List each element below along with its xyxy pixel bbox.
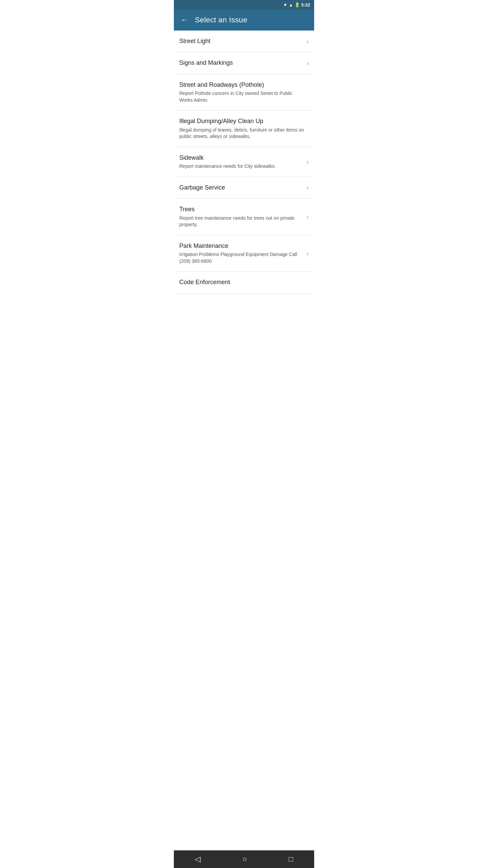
list-item-subtitle-sidewalk: Report maintenance needs for City sidewa… bbox=[179, 163, 304, 170]
list-item-subtitle-trees: Report tree maintenance needs for trees … bbox=[179, 215, 304, 228]
list-item-title-street-light: Street Light bbox=[179, 37, 304, 45]
time-display: 5:22 bbox=[301, 2, 310, 7]
wifi-icon: ▼ bbox=[283, 2, 287, 7]
list-item-trees[interactable]: TreesReport tree maintenance needs for t… bbox=[174, 199, 314, 235]
list-item-content-trees: TreesReport tree maintenance needs for t… bbox=[179, 205, 306, 228]
list-item-title-park-maintenance: Park Maintenance bbox=[179, 242, 304, 250]
chevron-right-icon: › bbox=[306, 158, 309, 166]
list-item-title-trees: Trees bbox=[179, 205, 304, 213]
list-item-subtitle-illegal-dumping: Illegal dumping of leaves, debris, furni… bbox=[179, 127, 306, 140]
list-item-street-roadways[interactable]: Street and Roadways (Pothole)Report Poth… bbox=[174, 74, 314, 111]
chevron-right-icon: › bbox=[306, 213, 309, 221]
list-item-title-garbage-service: Garbage Service bbox=[179, 184, 304, 192]
signal-icon: ▲ bbox=[289, 2, 293, 7]
list-item-content-signs-and-markings: Signs and Markings bbox=[179, 59, 306, 67]
chevron-right-icon: › bbox=[306, 37, 309, 45]
battery-icon: 🔋 bbox=[294, 2, 300, 7]
list-item-content-garbage-service: Garbage Service bbox=[179, 184, 306, 192]
list-item-code-enforcement[interactable]: Code Enforcement bbox=[174, 272, 314, 293]
page-title: Select an Issue bbox=[195, 16, 247, 24]
list-item-subtitle-street-roadways: Report Pothole concern in City owned Str… bbox=[179, 90, 306, 103]
list-item-park-maintenance[interactable]: Park MaintenanceIrrigation Problems Play… bbox=[174, 235, 314, 272]
list-item-garbage-service[interactable]: Garbage Service› bbox=[174, 177, 314, 199]
list-item-illegal-dumping[interactable]: Illegal Dumping/Alley Clean UpIllegal du… bbox=[174, 111, 314, 147]
list-item-title-illegal-dumping: Illegal Dumping/Alley Clean Up bbox=[179, 117, 306, 125]
back-button[interactable]: ← bbox=[179, 14, 189, 26]
chevron-right-icon: › bbox=[306, 59, 309, 67]
list-item-title-signs-and-markings: Signs and Markings bbox=[179, 59, 304, 67]
list-item-title-street-roadways: Street and Roadways (Pothole) bbox=[179, 81, 306, 89]
list-item-subtitle-park-maintenance: Irrigation Problems Playground Equipment… bbox=[179, 251, 304, 264]
list-item-sidewalk[interactable]: SidewalkReport maintenance needs for Cit… bbox=[174, 147, 314, 177]
chevron-right-icon: › bbox=[306, 250, 309, 257]
list-item-signs-and-markings[interactable]: Signs and Markings› bbox=[174, 52, 314, 74]
status-bar: ▼ ▲ 🔋 5:22 bbox=[174, 0, 314, 9]
list-item-content-street-roadways: Street and Roadways (Pothole)Report Poth… bbox=[179, 81, 309, 104]
issue-list: Street Light›Signs and Markings›Street a… bbox=[174, 31, 314, 294]
list-item-street-light[interactable]: Street Light› bbox=[174, 31, 314, 52]
chevron-right-icon: › bbox=[306, 184, 309, 192]
list-item-content-park-maintenance: Park MaintenanceIrrigation Problems Play… bbox=[179, 242, 306, 265]
list-item-content-street-light: Street Light bbox=[179, 37, 306, 45]
app-header: ← Select an Issue bbox=[174, 9, 314, 31]
list-item-content-code-enforcement: Code Enforcement bbox=[179, 278, 309, 286]
status-icons: ▼ ▲ 🔋 5:22 bbox=[283, 2, 310, 7]
list-item-content-sidewalk: SidewalkReport maintenance needs for Cit… bbox=[179, 154, 306, 170]
list-item-title-code-enforcement: Code Enforcement bbox=[179, 278, 306, 286]
list-item-title-sidewalk: Sidewalk bbox=[179, 154, 304, 162]
list-item-content-illegal-dumping: Illegal Dumping/Alley Clean UpIllegal du… bbox=[179, 117, 309, 140]
